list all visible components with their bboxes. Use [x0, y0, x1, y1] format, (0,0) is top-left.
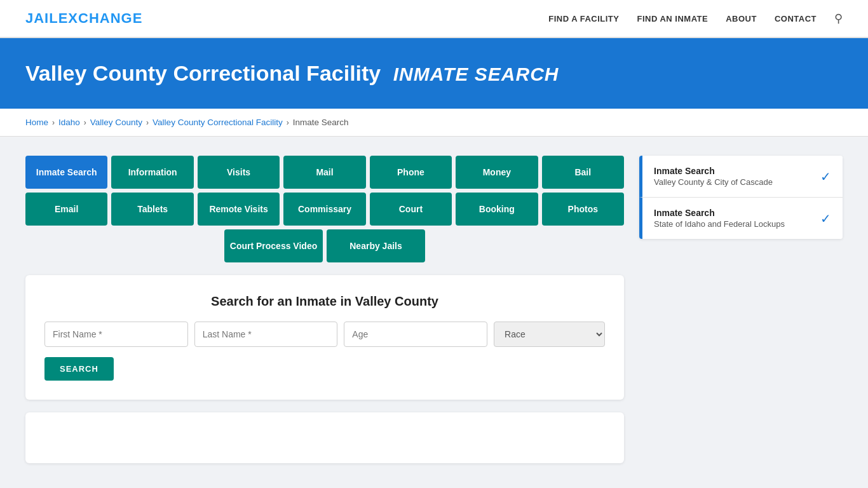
breadcrumb: Home › Idaho › Valley County › Valley Co… [0, 109, 868, 137]
search-fields: Race White Black Hispanic Asian Native A… [44, 322, 605, 347]
nav-links: FIND A FACILITY FIND AN INMATE ABOUT CON… [548, 11, 843, 25]
nav-find-inmate[interactable]: FIND AN INMATE [637, 14, 708, 24]
right-sidebar: Inmate Search Valley County & City of Ca… [639, 156, 843, 240]
tab-inmate-search[interactable]: Inmate Search [25, 156, 107, 189]
chevron-down-icon-2: ✓ [820, 211, 831, 226]
sidebar-item-text-2: Inmate Search State of Idaho and Federal… [654, 208, 785, 229]
tab-court-process-video[interactable]: Court Process Video [224, 229, 323, 262]
nav-contact[interactable]: CONTACT [775, 14, 817, 24]
sidebar-item-title-1: Inmate Search [654, 166, 773, 176]
site-logo[interactable]: JAILEXCHANGE [25, 10, 142, 27]
navbar: JAILEXCHANGE FIND A FACILITY FIND AN INM… [0, 0, 868, 38]
tab-booking[interactable]: Booking [456, 193, 538, 226]
search-heading: Search for an Inmate in Valley County [44, 294, 605, 309]
first-name-input[interactable] [44, 322, 188, 347]
sidebar-card: Inmate Search Valley County & City of Ca… [639, 156, 843, 239]
content-area: Inmate Search Information Visits Mail Ph… [25, 156, 843, 463]
sidebar-item-valley-county[interactable]: Inmate Search Valley County & City of Ca… [639, 156, 843, 198]
tab-phone[interactable]: Phone [370, 156, 452, 189]
tab-visits[interactable]: Visits [198, 156, 280, 189]
tab-remote-visits[interactable]: Remote Visits [198, 193, 280, 226]
bottom-placeholder [25, 412, 624, 463]
sidebar-item-state-idaho[interactable]: Inmate Search State of Idaho and Federal… [639, 198, 843, 239]
tabs-row1: Inmate Search Information Visits Mail Ph… [25, 156, 624, 189]
main-wrapper: Inmate Search Information Visits Mail Ph… [0, 137, 868, 482]
breadcrumb-sep-4: › [287, 118, 289, 127]
breadcrumb-sep-1: › [52, 118, 55, 127]
breadcrumb-valley-county[interactable]: Valley County [90, 118, 142, 127]
sidebar-item-text-1: Inmate Search Valley County & City of Ca… [654, 166, 773, 187]
breadcrumb-facility[interactable]: Valley County Correctional Facility [153, 118, 283, 127]
sidebar-item-title-2: Inmate Search [654, 208, 785, 218]
tab-bail[interactable]: Bail [542, 156, 624, 189]
tab-information[interactable]: Information [111, 156, 193, 189]
last-name-input[interactable] [194, 322, 338, 347]
tab-photos[interactable]: Photos [542, 193, 624, 226]
left-column: Inmate Search Information Visits Mail Ph… [25, 156, 624, 463]
breadcrumb-idaho[interactable]: Idaho [58, 118, 80, 127]
search-icon[interactable]: ⚲ [834, 12, 843, 25]
search-card: Search for an Inmate in Valley County Ra… [25, 275, 624, 400]
logo-jail: JAIL [25, 10, 58, 26]
search-button[interactable]: SEARCH [44, 357, 114, 381]
hero-title: Valley County Correctional Facility INMA… [25, 61, 843, 86]
hero-banner: Valley County Correctional Facility INMA… [0, 38, 868, 109]
tabs-row2: Email Tablets Remote Visits Commissary C… [25, 193, 624, 226]
breadcrumb-sep-2: › [84, 118, 86, 127]
age-input[interactable] [344, 322, 487, 347]
breadcrumb-home[interactable]: Home [25, 118, 48, 127]
sidebar-item-subtitle-1: Valley County & City of Cascade [654, 177, 773, 187]
hero-subtitle: INMATE SEARCH [393, 64, 559, 85]
tabs-row3: Court Process Video Nearby Jails [25, 229, 624, 262]
chevron-down-icon-1: ✓ [820, 169, 831, 184]
tab-money[interactable]: Money [456, 156, 538, 189]
nav-find-facility[interactable]: FIND A FACILITY [548, 14, 619, 24]
nav-about[interactable]: ABOUT [726, 14, 757, 24]
breadcrumb-current: Inmate Search [293, 118, 349, 127]
logo-exchange: EXCHANGE [58, 10, 143, 26]
tab-commissary[interactable]: Commissary [283, 193, 365, 226]
tab-mail[interactable]: Mail [283, 156, 365, 189]
sidebar-item-subtitle-2: State of Idaho and Federal Lockups [654, 219, 785, 229]
tab-tablets[interactable]: Tablets [111, 193, 193, 226]
tab-email[interactable]: Email [25, 193, 107, 226]
tab-court[interactable]: Court [370, 193, 452, 226]
facility-name: Valley County Correctional Facility [25, 61, 381, 85]
breadcrumb-sep-3: › [146, 118, 149, 127]
tab-nearby-jails[interactable]: Nearby Jails [327, 229, 425, 262]
race-select[interactable]: Race White Black Hispanic Asian Native A… [494, 322, 605, 347]
